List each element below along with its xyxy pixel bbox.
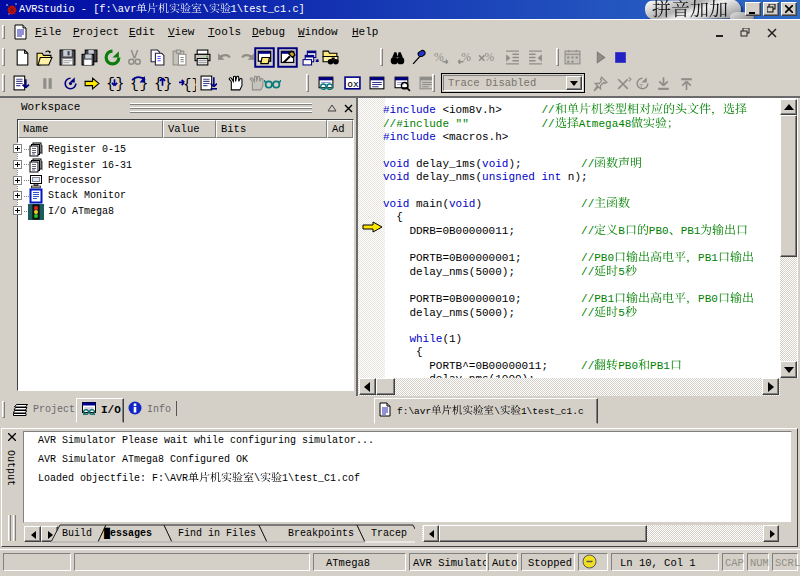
svg-text:%: % — [484, 51, 494, 64]
svg-text:}: } — [164, 76, 171, 92]
svg-text:T: T — [639, 84, 643, 91]
svg-text:ox: ox — [347, 78, 359, 89]
svg-text:{}: {} — [183, 78, 196, 92]
